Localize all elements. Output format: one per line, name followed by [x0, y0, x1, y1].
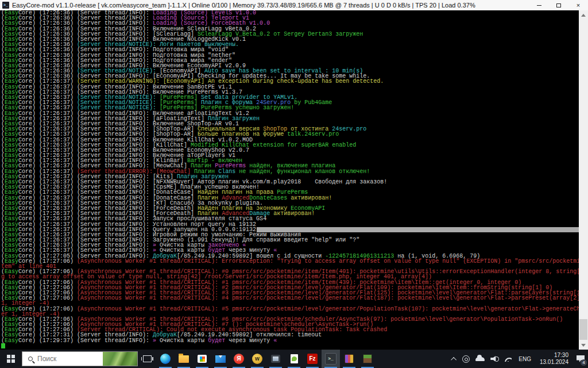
taskbar-item-yandex[interactable]: Я	[230, 350, 248, 368]
screenshare-icon	[271, 355, 280, 363]
close-button[interactable]: ×	[568, 0, 588, 10]
tray-network[interactable]	[502, 350, 514, 368]
yandex-browser-icon: Я	[234, 354, 244, 364]
coin-app-icon: w	[252, 354, 262, 364]
mail-icon	[215, 355, 226, 363]
minimize-button[interactable]	[529, 0, 549, 10]
taskbar: Я w Fz >_ ENG 17:30 13.01.2024 4	[0, 350, 588, 368]
search-box[interactable]	[22, 351, 138, 366]
console-line: (EasyCore) (17:27:06) (Asynchronous Work…	[1, 306, 579, 312]
taskbar-item-filezilla[interactable]: Fz	[303, 350, 322, 368]
terminal-icon: >_	[325, 353, 336, 365]
taskbar-item-screenshare[interactable]	[266, 350, 285, 368]
window-titlebar: >_ EasyCore-mod v1.1.0-release [ vk.com/…	[0, 0, 588, 10]
filezilla-icon: Fz	[307, 354, 318, 364]
search-highlight-image[interactable]	[103, 352, 137, 366]
tray-expand-button[interactable]	[450, 350, 459, 368]
window-title: EasyCore-mod v1.1.0-release [ vk.com/eas…	[12, 2, 475, 9]
taskbar-item-coin-app[interactable]: w	[248, 350, 266, 368]
console-output[interactable]: (EasyCore) (17:26:36) (Server thread/INF…	[0, 10, 579, 350]
network-icon	[505, 356, 512, 362]
minecraft-grass-icon	[363, 354, 372, 363]
taskbar-item-explorer[interactable]	[175, 350, 193, 368]
folder-icon	[179, 355, 189, 363]
taskbar-item-notepadpp[interactable]	[285, 350, 303, 368]
scroll-down-button[interactable]	[579, 340, 588, 350]
taskbar-item-minecraft[interactable]	[358, 350, 377, 368]
language-indicator[interactable]: ENG	[514, 356, 535, 362]
clock-date: 13.01.2024	[540, 359, 568, 366]
store-icon	[198, 355, 207, 363]
clock-time: 17:30	[540, 352, 568, 359]
selection-highlight	[257, 227, 579, 232]
notification-center-button[interactable]: 4	[573, 350, 588, 368]
cloud-icon	[475, 357, 485, 361]
scroll-down-icon	[581, 344, 586, 347]
system-tray: ENG 17:30 13.01.2024 4	[450, 350, 588, 368]
scrollbar-thumb[interactable]	[579, 319, 587, 340]
task-view-icon	[143, 355, 152, 362]
remote-app-icon	[462, 355, 470, 363]
tray-volume[interactable]	[488, 350, 502, 368]
console-scrollbar[interactable]	[579, 10, 588, 350]
clock[interactable]: 17:30 13.01.2024	[535, 352, 573, 366]
windows-logo-icon	[7, 355, 15, 363]
scroll-up-icon	[581, 14, 586, 17]
edge-icon	[160, 354, 171, 364]
restore-icon	[556, 3, 561, 7]
search-icon	[28, 356, 33, 361]
task-view-button[interactable]	[138, 350, 156, 368]
start-button[interactable]	[0, 350, 22, 368]
chevron-up-icon	[451, 356, 457, 362]
tray-onedrive[interactable]	[473, 350, 488, 368]
speaker-wave-icon	[496, 356, 499, 362]
taskbar-item-store[interactable]	[193, 350, 211, 368]
scroll-up-button[interactable]	[579, 10, 588, 20]
console-line: (EasyCore) (17:27:06) (Asynchronous Work…	[1, 259, 579, 264]
tray-remote-app[interactable]	[459, 350, 473, 368]
taskbar-item-edge[interactable]	[156, 350, 175, 368]
console-app-icon: >_	[2, 2, 9, 9]
taskbar-item-mail[interactable]	[211, 350, 230, 368]
console-line: (EasyCore) (17:29:37) (Server thread/INF…	[1, 338, 579, 343]
console-cursor-line	[1, 343, 579, 348]
search-input[interactable]	[37, 355, 89, 363]
minimize-icon	[537, 5, 541, 6]
taskbar-item-winrar[interactable]	[340, 350, 358, 368]
restore-button[interactable]	[549, 0, 568, 10]
notification-badge: 4	[581, 359, 587, 366]
taskbar-item-console-active[interactable]: >_	[322, 350, 340, 368]
console-cursor	[1, 343, 5, 348]
notepadpp-icon	[291, 354, 298, 363]
console-line: (EasyCore) (17:27:06) (Asynchronous Work…	[1, 296, 579, 301]
winrar-icon	[345, 354, 354, 363]
